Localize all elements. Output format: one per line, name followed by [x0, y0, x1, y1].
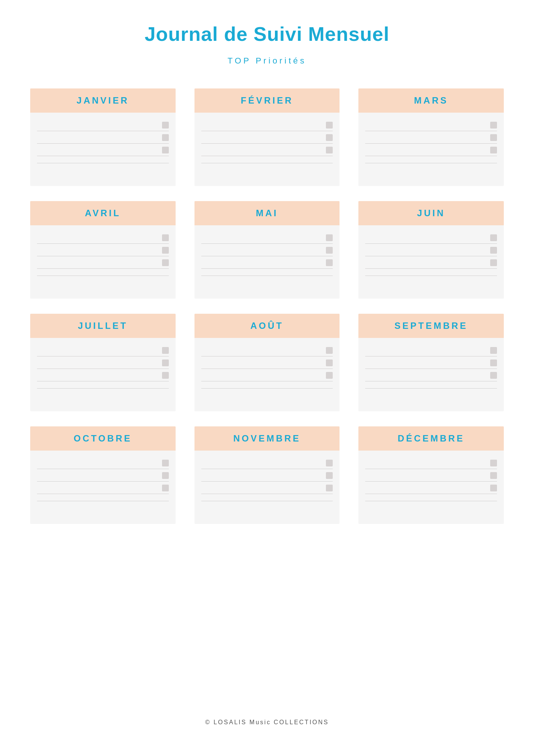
month-label: NOVEMBRE [233, 433, 301, 443]
priority-checkbox[interactable] [326, 359, 333, 366]
priority-line-extra [201, 272, 333, 273]
month-header: AOÛT [194, 314, 340, 338]
priority-row-extra [365, 156, 497, 163]
priority-line [37, 362, 158, 364]
priority-checkbox[interactable] [162, 472, 169, 479]
month-header: OCTOBRE [30, 426, 176, 451]
extra-space [365, 501, 497, 516]
priority-checkbox[interactable] [490, 134, 497, 141]
priority-checkbox[interactable] [490, 372, 497, 379]
priority-row [365, 356, 497, 369]
month-label: JANVIER [77, 95, 129, 105]
page-title: Journal de Suivi Mensuel [145, 23, 389, 45]
priority-checkbox[interactable] [162, 247, 169, 254]
priority-checkbox[interactable] [490, 234, 497, 241]
priority-checkbox[interactable] [326, 460, 333, 466]
month-body [30, 451, 176, 524]
priority-checkbox[interactable] [162, 147, 169, 153]
priority-line [365, 375, 486, 376]
priority-line [37, 475, 158, 476]
priority-line [201, 375, 323, 376]
priority-checkbox[interactable] [326, 472, 333, 479]
month-card-mai: MAI [194, 201, 340, 299]
priority-checkbox[interactable] [490, 259, 497, 266]
priority-line-extra [365, 384, 497, 386]
month-header: JUILLET [30, 314, 176, 338]
priority-checkbox[interactable] [326, 485, 333, 491]
priority-row [365, 131, 497, 144]
priority-checkbox[interactable] [326, 247, 333, 254]
priority-line-extra [365, 272, 497, 273]
priority-checkbox[interactable] [326, 147, 333, 153]
priority-checkbox[interactable] [490, 247, 497, 254]
priority-row [201, 244, 333, 256]
priority-checkbox[interactable] [162, 460, 169, 466]
priority-row [201, 469, 333, 482]
priority-checkbox[interactable] [326, 234, 333, 241]
month-card-avril: AVRIL [30, 201, 176, 299]
page-subtitle: TOP Priorités [227, 56, 306, 66]
month-card-aot: AOÛT [194, 314, 340, 411]
priority-row [365, 256, 497, 269]
priority-checkbox[interactable] [326, 259, 333, 266]
priority-line [365, 487, 486, 489]
priority-checkbox[interactable] [162, 234, 169, 241]
priority-checkbox[interactable] [490, 122, 497, 129]
priority-line-extra [201, 159, 333, 161]
priority-line-extra [365, 159, 497, 161]
priority-checkbox[interactable] [490, 347, 497, 354]
month-label: MARS [414, 95, 448, 105]
priority-line [365, 124, 486, 126]
extra-space [37, 501, 169, 516]
priority-checkbox[interactable] [326, 134, 333, 141]
priority-row [365, 119, 497, 131]
priority-checkbox[interactable] [490, 485, 497, 491]
priority-row-extra [37, 269, 169, 276]
priority-checkbox[interactable] [162, 134, 169, 141]
priority-row [37, 244, 169, 256]
priority-line [37, 237, 158, 239]
month-card-septembre: SEPTEMBRE [358, 314, 504, 411]
month-label: JUILLET [78, 321, 128, 331]
priority-checkbox[interactable] [490, 472, 497, 479]
priority-checkbox[interactable] [162, 359, 169, 366]
month-body [30, 113, 176, 186]
month-card-janvier: JANVIER [30, 88, 176, 186]
priority-checkbox[interactable] [162, 347, 169, 354]
priority-checkbox[interactable] [162, 259, 169, 266]
priority-checkbox[interactable] [490, 359, 497, 366]
priority-line [201, 262, 323, 263]
priority-line-extra [37, 159, 169, 161]
month-label: SEPTEMBRE [394, 321, 468, 331]
priority-line [201, 124, 323, 126]
priority-row [201, 482, 333, 494]
priority-row [37, 457, 169, 469]
priority-checkbox[interactable] [326, 372, 333, 379]
month-body [358, 451, 504, 524]
priority-checkbox[interactable] [162, 485, 169, 491]
priority-line-extra [37, 497, 169, 499]
month-body [194, 338, 340, 411]
month-label: AOÛT [250, 321, 284, 331]
month-body [358, 338, 504, 411]
extra-space [37, 276, 169, 291]
extra-space [201, 276, 333, 291]
priority-checkbox[interactable] [490, 460, 497, 466]
priority-line [201, 462, 323, 464]
priority-row [37, 482, 169, 494]
priority-row [37, 144, 169, 156]
priority-checkbox[interactable] [162, 372, 169, 379]
priority-row-extra [365, 494, 497, 501]
month-header: JANVIER [30, 88, 176, 113]
priority-row [37, 369, 169, 381]
priority-checkbox[interactable] [490, 147, 497, 153]
priority-checkbox[interactable] [162, 122, 169, 129]
priority-line [37, 262, 158, 263]
priority-line-extra [365, 497, 497, 499]
priority-checkbox[interactable] [326, 122, 333, 129]
priority-row-extra [201, 381, 333, 389]
extra-space [201, 163, 333, 178]
priority-line [201, 362, 323, 364]
priority-row [365, 457, 497, 469]
priority-checkbox[interactable] [326, 347, 333, 354]
